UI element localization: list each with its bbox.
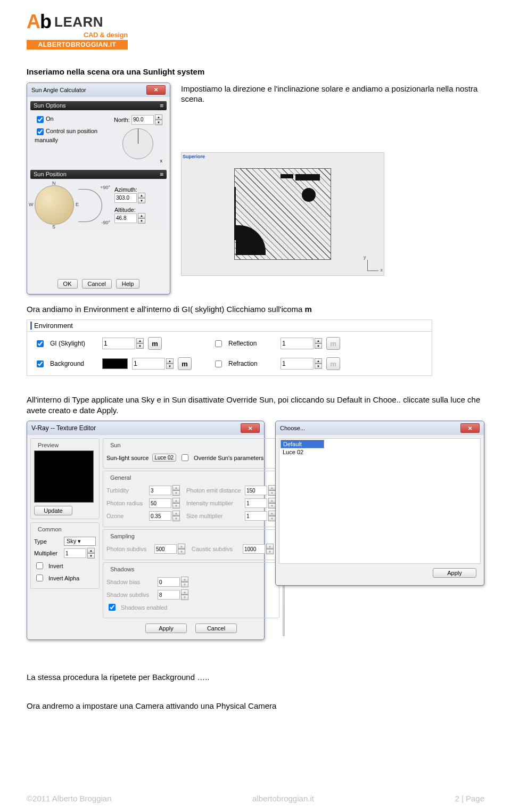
env-text-pre: Ora andiamo in Environment e all'interno… bbox=[27, 305, 305, 314]
spin-down-icon[interactable]: ▼ bbox=[315, 343, 322, 349]
azimuth-label: Azimuth: bbox=[114, 186, 137, 193]
section-sun-options[interactable]: Sun Options ≡ bbox=[30, 101, 167, 110]
north-compass[interactable] bbox=[122, 128, 153, 159]
gi-skylight-value[interactable] bbox=[102, 338, 135, 349]
on-label: On bbox=[46, 116, 54, 122]
altitude-input[interactable] bbox=[114, 214, 137, 223]
spin-down-icon: ▼ bbox=[172, 503, 180, 508]
type-text: All'interno di Type applicate una Sky e … bbox=[27, 395, 484, 415]
invert-checkbox[interactable] bbox=[36, 562, 43, 569]
environment-title: Environment bbox=[30, 322, 73, 330]
viewport-geometry bbox=[235, 169, 331, 259]
close-icon[interactable]: ✕ bbox=[241, 423, 260, 433]
background-checkbox[interactable] bbox=[37, 360, 44, 367]
spin-up-icon: ▲ bbox=[172, 485, 180, 490]
top-viewport[interactable]: Superiore y x bbox=[181, 152, 384, 276]
override-sun-checkbox[interactable] bbox=[182, 454, 188, 461]
cancel-button[interactable]: Cancel bbox=[82, 279, 112, 289]
tex-cancel-button[interactable]: Cancel bbox=[195, 624, 237, 633]
spin-up-icon[interactable]: ▲ bbox=[166, 358, 174, 364]
rollup-toggle-icon[interactable]: ≡ bbox=[160, 171, 163, 178]
dialog-titlebar[interactable]: Sun Angle Calculator ✕ bbox=[27, 83, 170, 97]
on-checkbox[interactable] bbox=[37, 116, 44, 123]
spin-up-icon[interactable]: ▲ bbox=[155, 114, 162, 120]
azimuth-input[interactable] bbox=[114, 193, 137, 203]
refraction-map-button[interactable]: m bbox=[326, 357, 340, 370]
spin-up-icon[interactable]: ▲ bbox=[138, 213, 145, 218]
refraction-value[interactable] bbox=[281, 358, 314, 370]
type-label: Type bbox=[34, 538, 61, 545]
axis-y: y bbox=[364, 255, 366, 260]
list-item[interactable]: Default bbox=[281, 440, 324, 448]
azimuth-compass[interactable]: N E S W bbox=[35, 185, 74, 225]
gi-skylight-label: GI (Skylight) bbox=[50, 340, 98, 347]
reflection-value[interactable] bbox=[281, 338, 314, 349]
spin-up-icon[interactable]: ▲ bbox=[315, 338, 322, 343]
ok-button[interactable]: OK bbox=[57, 279, 78, 289]
manual-checkbox[interactable] bbox=[37, 128, 44, 135]
invert-label: Invert bbox=[48, 563, 63, 569]
tex-apply-button[interactable]: Apply bbox=[145, 624, 187, 633]
spin-down-icon: ▼ bbox=[268, 490, 276, 496]
type-select[interactable]: Sky ▾ bbox=[64, 537, 96, 546]
sun-group: Sun Sun-light source Luce 02 Override Su… bbox=[103, 438, 279, 469]
dir-n: N bbox=[52, 181, 56, 186]
close-icon[interactable]: ✕ bbox=[146, 85, 166, 95]
spin-down-icon[interactable]: ▼ bbox=[315, 364, 322, 369]
close-icon[interactable]: ✕ bbox=[460, 423, 480, 433]
reflection-map-button[interactable]: m bbox=[326, 337, 340, 350]
spin-down-icon[interactable]: ▼ bbox=[136, 343, 144, 349]
invert-alpha-checkbox[interactable] bbox=[36, 575, 43, 581]
gi-skylight-checkbox[interactable] bbox=[37, 340, 44, 347]
section-label: Sun Position bbox=[34, 171, 67, 177]
spin-up-icon: ▲ bbox=[266, 544, 274, 549]
dialog-titlebar[interactable]: Choose... ✕ bbox=[276, 421, 484, 435]
common-title: Common bbox=[36, 526, 63, 532]
reflection-checkbox[interactable] bbox=[215, 340, 222, 347]
section-sun-position[interactable]: Sun Position ≡ bbox=[30, 170, 167, 179]
background-map-button[interactable]: m bbox=[178, 357, 192, 370]
spin-up-icon[interactable]: ▲ bbox=[87, 548, 95, 553]
spin-down-icon: ▼ bbox=[172, 516, 180, 521]
spin-down-icon[interactable]: ▼ bbox=[166, 364, 174, 369]
spin-up-icon[interactable]: ▲ bbox=[138, 193, 145, 198]
sun-source-button[interactable]: Luce 02 bbox=[152, 454, 177, 462]
spin-down-icon[interactable]: ▼ bbox=[155, 120, 162, 125]
spin-down-icon[interactable]: ▼ bbox=[138, 218, 145, 224]
viewport-label: Superiore bbox=[183, 154, 205, 159]
choose-list[interactable]: Default Luce 02 bbox=[279, 438, 481, 564]
intro-2: Impostiamo la direzione e l'inclinazione… bbox=[181, 84, 484, 104]
logo-ab: Ab bbox=[27, 11, 51, 33]
environment-header[interactable]: Environment bbox=[27, 320, 432, 332]
spin-up-icon[interactable]: ▲ bbox=[136, 338, 144, 343]
update-button[interactable]: Update bbox=[34, 506, 72, 515]
dialog-titlebar[interactable]: V-Ray -- Texture Editor ✕ bbox=[27, 421, 264, 435]
spin-up-icon[interactable]: ▲ bbox=[315, 358, 322, 364]
background-value[interactable] bbox=[132, 358, 165, 370]
preview-title: Preview bbox=[36, 442, 60, 448]
list-item[interactable]: Luce 02 bbox=[281, 448, 479, 456]
invert-alpha-label: Invert Alpha bbox=[48, 575, 79, 581]
choose-apply-button[interactable]: Apply bbox=[433, 568, 476, 578]
north-label: North: bbox=[114, 116, 130, 122]
spin-down-icon[interactable]: ▼ bbox=[87, 553, 95, 559]
shadow-bias-label: Shadow bias bbox=[106, 579, 154, 585]
axis-icon: y x bbox=[367, 260, 378, 271]
gi-map-button[interactable]: m bbox=[148, 337, 162, 350]
background-color-swatch[interactable] bbox=[102, 358, 128, 369]
spin-down-icon: ▼ bbox=[268, 503, 276, 508]
page-footer: ©2011 Alberto Broggian albertobroggian.i… bbox=[27, 794, 484, 803]
multiplier-input[interactable] bbox=[64, 548, 86, 558]
refraction-checkbox[interactable] bbox=[215, 360, 222, 367]
spin-up-icon: ▲ bbox=[181, 577, 188, 582]
spin-up-icon: ▲ bbox=[172, 498, 180, 503]
rollup-toggle-icon[interactable]: ≡ bbox=[160, 102, 163, 109]
background-label: Background bbox=[50, 360, 98, 367]
north-input[interactable] bbox=[131, 115, 154, 125]
spin-down-icon[interactable]: ▼ bbox=[138, 198, 145, 203]
dir-w: W bbox=[29, 202, 34, 207]
spin-down-icon: ▼ bbox=[178, 549, 185, 554]
altitude-arc[interactable]: +90° -90° bbox=[78, 186, 110, 224]
dialog-title: Choose... bbox=[280, 425, 305, 431]
help-button[interactable]: Help bbox=[116, 279, 140, 289]
